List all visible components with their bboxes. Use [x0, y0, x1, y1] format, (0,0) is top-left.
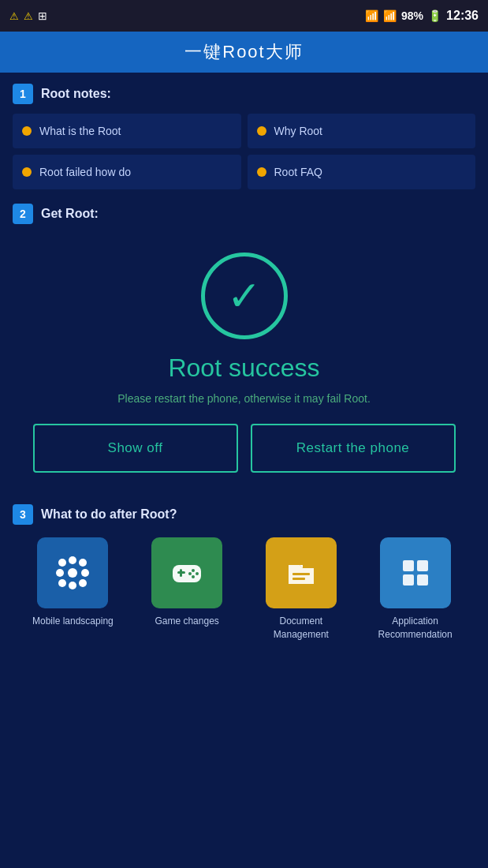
app-label-mobile-landscaping: Mobile landscaping	[32, 615, 114, 628]
svg-point-0	[68, 568, 77, 578]
note-root-faq[interactable]: Root FAQ	[248, 155, 476, 189]
notes-grid: What is the Root Why Root Root failed ho…	[13, 114, 475, 189]
section2-number: 2	[13, 204, 33, 224]
app-label-application-recommendation: Application Recommendation	[368, 615, 463, 642]
svg-point-15	[192, 575, 195, 578]
svg-rect-20	[403, 574, 414, 586]
note-label-2: Why Root	[274, 125, 322, 137]
app-grid: Mobile landscaping Game changes	[13, 537, 475, 642]
svg-point-1	[69, 556, 76, 564]
note-label-1: What is the Root	[39, 125, 121, 137]
app-label-document-management: Document Management	[254, 615, 348, 642]
action-button-row: Show off Restart the phone	[13, 424, 475, 473]
root-success-area: ✓ Root success Please restart the phone,…	[13, 237, 475, 496]
svg-point-4	[81, 569, 89, 577]
warning-icon-2: ⚠	[24, 10, 33, 22]
app-icon-mobile-landscaping	[37, 537, 108, 608]
svg-point-12	[192, 569, 195, 572]
show-off-button[interactable]: Show off	[33, 424, 238, 473]
signal-icon: 📶	[383, 9, 397, 22]
app-game-changes[interactable]: Game changes	[140, 537, 234, 642]
battery-level: 98%	[401, 9, 423, 22]
app-mobile-landscaping[interactable]: Mobile landscaping	[25, 537, 120, 642]
svg-rect-17	[292, 578, 305, 580]
note-dot-1	[22, 126, 32, 136]
note-dot-4	[257, 167, 266, 177]
svg-rect-11	[180, 569, 182, 577]
status-bar-right: 📶 📶 98% 🔋 12:36	[365, 9, 479, 23]
warning-icon-1: ⚠	[9, 10, 19, 22]
app-icon-document-management	[266, 537, 337, 608]
section3: 3 What to do after Root?	[13, 504, 475, 642]
app-icon-application-recommendation	[380, 537, 451, 608]
restart-phone-button[interactable]: Restart the phone	[251, 424, 456, 473]
svg-point-2	[69, 582, 76, 589]
clock: 12:36	[446, 9, 479, 23]
section3-title: What to do after Root?	[41, 507, 177, 522]
note-root-failed[interactable]: Root failed how do	[13, 155, 241, 189]
root-success-subtitle: Please restart the phone, otherwise it m…	[117, 392, 371, 405]
app-header: 一键Root大师	[0, 32, 488, 73]
section1-number: 1	[13, 84, 33, 104]
svg-point-6	[79, 559, 87, 567]
wifi-icon: 📶	[365, 9, 378, 22]
app-document-management[interactable]: Document Management	[254, 537, 348, 642]
svg-rect-16	[292, 573, 310, 575]
app-icon-game-changes	[151, 537, 222, 608]
note-label-3: Root failed how do	[39, 166, 131, 178]
check-circle: ✓	[201, 253, 288, 339]
svg-point-8	[79, 579, 87, 587]
status-bar-left: ⚠ ⚠ ⊞	[9, 9, 47, 22]
svg-point-14	[188, 572, 192, 575]
svg-rect-21	[417, 574, 428, 586]
note-what-is-root[interactable]: What is the Root	[13, 114, 241, 148]
section3-number: 3	[13, 504, 33, 525]
svg-point-5	[58, 559, 66, 567]
app-label-game-changes: Game changes	[155, 615, 218, 628]
main-content: 1 Root notes: What is the Root Why Root …	[0, 73, 488, 653]
note-label-4: Root FAQ	[274, 166, 322, 178]
keyboard-icon: ⊞	[38, 9, 47, 22]
checkmark-icon: ✓	[227, 275, 262, 316]
svg-rect-19	[417, 560, 428, 571]
app-title: 一键Root大师	[184, 40, 303, 64]
svg-point-7	[58, 579, 66, 587]
section3-header: 3 What to do after Root?	[13, 504, 475, 525]
section2-header: 2 Get Root:	[13, 204, 475, 224]
svg-point-13	[196, 572, 199, 575]
note-why-root[interactable]: Why Root	[248, 114, 476, 148]
svg-point-3	[56, 569, 64, 577]
svg-rect-18	[403, 560, 414, 571]
section1-title: Root notes:	[41, 87, 111, 101]
note-dot-3	[22, 167, 32, 177]
section2-title: Get Root:	[41, 207, 99, 221]
root-success-title: Root success	[168, 354, 319, 383]
app-application-recommendation[interactable]: Application Recommendation	[368, 537, 463, 642]
status-bar: ⚠ ⚠ ⊞ 📶 📶 98% 🔋 12:36	[0, 0, 488, 32]
battery-icon: 🔋	[428, 9, 441, 22]
section1-header: 1 Root notes:	[13, 84, 475, 104]
note-dot-2	[257, 126, 266, 136]
